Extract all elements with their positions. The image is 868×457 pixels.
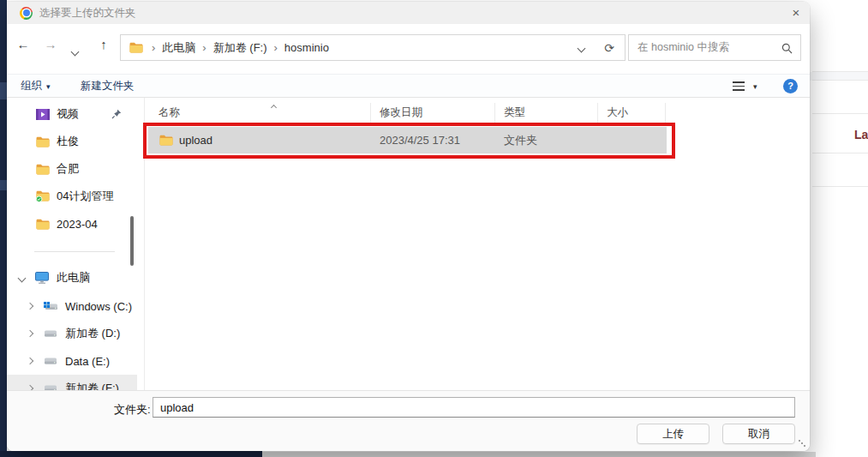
chevron-down-icon	[71, 48, 80, 57]
sidebar-item-this-pc[interactable]: 此电脑	[7, 264, 137, 292]
chevron-right-icon[interactable]	[27, 331, 34, 336]
synced-folder-icon	[36, 190, 50, 202]
computer-icon	[35, 272, 49, 284]
view-options-caret[interactable]: ▾	[753, 82, 757, 91]
pin-icon	[111, 109, 122, 122]
sidebar-item-drive-c[interactable]: Windows (C:)	[7, 292, 137, 320]
folder-name-input[interactable]	[153, 397, 795, 418]
help-button[interactable]: ?	[783, 79, 798, 93]
sidebar-item-label: 2023-04	[57, 218, 98, 231]
windows-drive-icon	[44, 302, 57, 310]
dialog-footer: 文件夹: 上传 取消	[7, 390, 810, 451]
background-page-text: La	[854, 128, 868, 141]
sidebar-item-label: Data (E:)	[65, 355, 110, 368]
recent-locations-button[interactable]	[72, 43, 78, 58]
background-bottom-strip	[262, 452, 816, 457]
sidebar-item-hefei[interactable]: 合肥	[7, 155, 137, 183]
sidebar-item-label: 此电脑	[57, 270, 90, 286]
list-header: 名称 修改日期 类型 大小	[145, 103, 666, 123]
address-bar[interactable]: › 此电脑 › 新加卷 (F:) › hosminio ⟳	[120, 34, 626, 61]
address-dropdown-button[interactable]	[578, 41, 584, 54]
column-header-size[interactable]: 大小	[597, 103, 666, 123]
background-window-fragment	[0, 82, 7, 99]
chevron-right-icon[interactable]	[27, 358, 34, 364]
background-page-line	[812, 71, 868, 72]
folder-name-label: 文件夹:	[114, 402, 151, 418]
close-button[interactable]: ×	[787, 4, 805, 21]
sidebar-item-label: Windows (C:)	[65, 300, 132, 313]
up-button[interactable]: ↑	[94, 34, 113, 55]
folder-icon	[36, 164, 50, 175]
organize-button[interactable]: 组织▾	[21, 75, 51, 97]
folder-icon	[129, 42, 143, 53]
upload-button[interactable]: 上传	[637, 424, 709, 444]
navigation-pane: 视频 杜俊 合肥 04计划管理 2023-	[7, 98, 144, 390]
new-folder-button[interactable]: 新建文件夹	[81, 75, 135, 97]
resize-grip[interactable]	[799, 440, 800, 442]
breadcrumb-drive-f[interactable]: 新加卷 (F:)	[213, 40, 267, 56]
drive-icon	[44, 329, 57, 338]
refresh-button[interactable]: ⟳	[602, 41, 617, 55]
folder-icon	[36, 136, 50, 147]
column-header-modified[interactable]: 修改日期	[370, 103, 494, 123]
breadcrumb-this-pc[interactable]: 此电脑	[162, 40, 195, 56]
sidebar-divider	[34, 251, 115, 252]
search-icon[interactable]	[781, 42, 793, 57]
sidebar-item-label: 新加卷 (D:)	[65, 326, 120, 341]
dialog-title: 选择要上传的文件夹	[39, 6, 136, 21]
forward-button[interactable]: →	[41, 34, 60, 55]
chevron-down-icon: ▾	[46, 82, 51, 91]
column-header-name[interactable]: 名称	[145, 103, 370, 123]
breadcrumb-hosminio[interactable]: hosminio	[284, 41, 329, 54]
background-window-fragment	[0, 180, 7, 190]
breadcrumb-separator: ›	[152, 41, 155, 54]
sidebar-item-label: 杜俊	[57, 134, 79, 149]
annotation-highlight-box	[143, 123, 675, 159]
sidebar-item-label: 视频	[57, 106, 79, 122]
file-picker-dialog: 选择要上传的文件夹 × ← → ↑ › 此电脑 › 新加卷 (F:) › hos…	[7, 2, 810, 451]
chevron-right-icon[interactable]	[27, 304, 34, 309]
sort-ascending-icon	[272, 98, 276, 113]
background-page-line	[812, 153, 868, 153]
cancel-button[interactable]: 取消	[722, 424, 795, 444]
command-toolbar: 组织▾ 新建文件夹 ▾ ?	[7, 74, 810, 98]
sidebar-item-drive-d[interactable]: 新加卷 (D:)	[7, 320, 137, 347]
sidebar-item-drive-e[interactable]: Data (E:)	[7, 347, 137, 375]
sidebar-item-videos[interactable]: 视频	[7, 100, 137, 128]
back-button[interactable]: ←	[14, 34, 33, 55]
background-page-line	[812, 80, 868, 81]
background-page-line	[812, 186, 868, 187]
sidebar-scrollbar[interactable]	[130, 216, 134, 266]
organize-label: 组织	[21, 80, 42, 92]
folder-icon	[36, 219, 50, 230]
title-bar[interactable]: 选择要上传的文件夹 ×	[7, 2, 810, 24]
desktop-edge-bottom	[0, 451, 262, 457]
chevron-down-icon[interactable]	[19, 275, 26, 281]
breadcrumb-separator: ›	[202, 41, 206, 54]
list-view-icon[interactable]	[733, 81, 745, 91]
sidebar-item-dujun[interactable]: 杜俊	[7, 128, 137, 155]
video-folder-icon	[36, 109, 50, 120]
navigation-bar: ← → ↑ › 此电脑 › 新加卷 (F:) › hosminio ⟳	[7, 24, 810, 65]
background-page-line	[812, 113, 868, 114]
file-list-pane: 名称 修改日期 类型 大小 upload 2023/4/25 17:31 文件夹	[144, 98, 810, 390]
chrome-icon	[20, 7, 33, 20]
drive-icon	[44, 357, 57, 365]
sidebar-item-label: 04计划管理	[57, 189, 113, 204]
search-box	[628, 34, 801, 61]
column-header-type[interactable]: 类型	[494, 103, 597, 123]
desktop-edge-strip	[0, 0, 7, 457]
chevron-down-icon	[578, 45, 586, 53]
sidebar-item-plan-management[interactable]: 04计划管理	[7, 183, 137, 210]
sidebar-item-label: 合肥	[57, 161, 79, 177]
breadcrumb-separator: ›	[274, 41, 278, 54]
sidebar-item-2023-04[interactable]: 2023-04	[7, 210, 137, 238]
search-input[interactable]	[629, 35, 783, 58]
